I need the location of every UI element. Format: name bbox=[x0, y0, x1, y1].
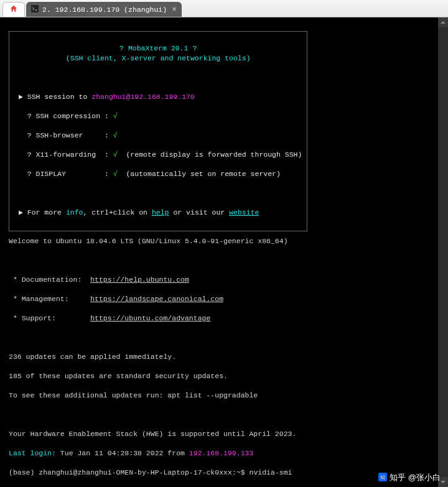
svg-rect-0 bbox=[31, 5, 39, 12]
check-icon: √ bbox=[113, 112, 118, 120]
check-icon: √ bbox=[113, 131, 118, 139]
watermark: 知 知乎 @张小白 bbox=[378, 472, 441, 483]
session-label: SSH session to bbox=[27, 93, 92, 101]
welcome-line: Welcome to Ubuntu 18.04.6 LTS (GNU/Linux… bbox=[9, 236, 442, 246]
updates-line-3: To see these additional updates run: apt… bbox=[9, 391, 442, 401]
command-nvidia-smi: nvidia-smi bbox=[250, 468, 292, 476]
banner-subtitle: (SSH client, X-server and networking too… bbox=[66, 54, 251, 62]
terminal-icon bbox=[31, 5, 39, 14]
x11-label: ? X11-forwarding : bbox=[27, 151, 109, 159]
home-icon bbox=[9, 4, 18, 15]
doc-link[interactable]: https://help.ubuntu.com bbox=[90, 276, 189, 284]
x11-note: (remote display is forwarded through SSH… bbox=[126, 151, 302, 159]
mgmt-label: * Management: bbox=[9, 295, 90, 303]
display-label: ? DISPLAY : bbox=[27, 170, 109, 178]
mobaxterm-banner: ? MobaXterm 20.1 ? (SSH client, X-server… bbox=[9, 31, 307, 231]
svg-text:知: 知 bbox=[380, 474, 385, 480]
last-login-label: Last login: bbox=[9, 449, 56, 457]
updates-line-1: 236 updates can be applied immediately. bbox=[9, 352, 442, 362]
tab-bar: 2. 192.168.199.170 (zhanghui) × bbox=[0, 0, 448, 17]
session-host: 192.168.199.170 bbox=[130, 93, 195, 101]
doc-label: * Documentation: bbox=[9, 276, 90, 284]
updates-line-2: 185 of these updates are standard securi… bbox=[9, 371, 442, 381]
terminal-output[interactable]: ? MobaXterm 20.1 ? (SSH client, X-server… bbox=[0, 17, 448, 487]
scroll-up-button[interactable] bbox=[438, 17, 448, 27]
tab-title: 2. 192.168.199.170 (zhanghui) bbox=[42, 6, 167, 14]
hwe-line: Your Hardware Enablement Stack (HWE) is … bbox=[9, 429, 442, 439]
check-icon: √ bbox=[113, 170, 118, 178]
chevron-up-icon bbox=[441, 20, 446, 25]
close-icon[interactable]: × bbox=[172, 5, 177, 14]
chevron-down-icon bbox=[441, 480, 446, 485]
ssh-compression-label: ? SSH compression : bbox=[27, 112, 109, 120]
support-link[interactable]: https://ubuntu.com/advantage bbox=[90, 314, 210, 322]
display-note: (automatically set on remote server) bbox=[126, 170, 280, 178]
home-tab[interactable] bbox=[2, 2, 25, 17]
support-label: * Support: bbox=[9, 314, 90, 322]
check-icon: √ bbox=[113, 151, 118, 159]
info-link[interactable]: info bbox=[66, 208, 83, 216]
watermark-text: 知乎 @张小白 bbox=[390, 472, 441, 483]
zhihu-icon: 知 bbox=[378, 473, 387, 483]
prompt-line-1: (base) zhanghui@zhanghui-OMEN-by-HP-Lapt… bbox=[9, 468, 442, 478]
help-link[interactable]: help bbox=[152, 208, 169, 216]
last-login-ip: 192.168.199.133 bbox=[189, 449, 254, 457]
ssh-browser-label: ? SSH-browser : bbox=[27, 131, 109, 139]
banner-title: ? MobaXterm 20.1 ? bbox=[119, 44, 197, 52]
website-link[interactable]: website bbox=[229, 208, 259, 216]
scrollbar[interactable] bbox=[438, 17, 448, 487]
mgmt-link[interactable]: https://landscape.canonical.com bbox=[90, 295, 223, 303]
session-user: zhanghui bbox=[91, 93, 126, 101]
tab-ssh-session[interactable]: 2. 192.168.199.170 (zhanghui) × bbox=[26, 2, 182, 17]
